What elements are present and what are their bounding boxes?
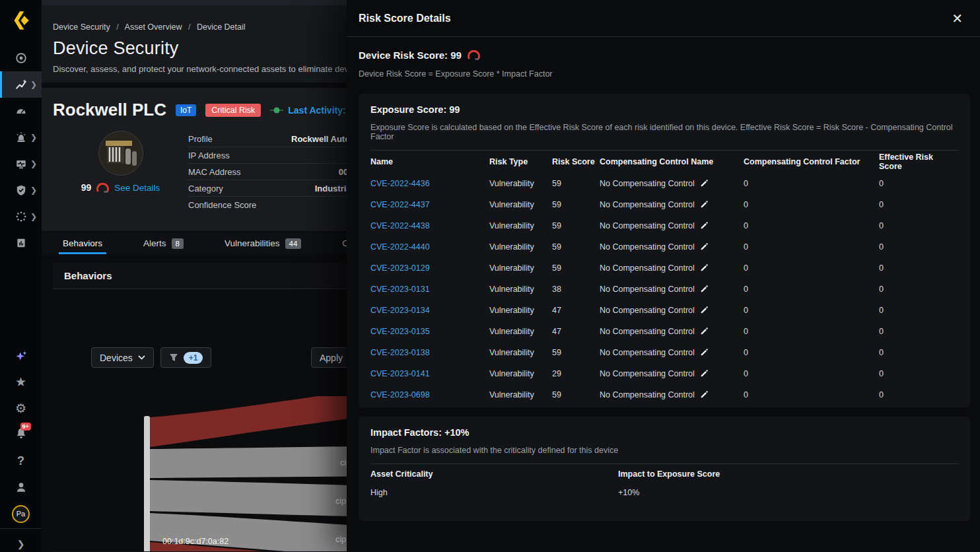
cve-link[interactable]: CVE-2022-4438	[370, 221, 489, 230]
radar-icon	[15, 52, 27, 64]
field-label: MAC Address	[188, 167, 240, 177]
sidebar-item-settings[interactable]: ⚙	[0, 395, 42, 421]
edit-compensating-control-button[interactable]	[700, 222, 708, 230]
sidebar-item-processes[interactable]: ❯	[0, 203, 42, 230]
exposure-score-title: Exposure Score: 99	[370, 104, 958, 115]
devices-dropdown-label: Devices	[100, 353, 133, 363]
breadcrumb-separator: /	[112, 22, 122, 32]
risk-type-value: Vulnerability	[489, 242, 552, 252]
breadcrumb-asset-overview[interactable]: Asset Overview	[125, 22, 182, 32]
close-icon[interactable]: ✕	[952, 12, 963, 25]
apply-button[interactable]: Apply	[311, 347, 351, 368]
sidebar-item-device-security[interactable]: ❯	[0, 71, 42, 98]
exposure-table-row: CVE-2023-0933Vulnerability59No Compensat…	[370, 405, 958, 407]
risk-type-value: Vulnerability	[489, 179, 552, 188]
sidebar-item-account[interactable]: Pa	[0, 500, 42, 527]
compensating-control-name: No Compensating Control	[600, 242, 695, 252]
device-photo	[98, 131, 143, 176]
compensating-control-factor-value: 0	[744, 327, 879, 336]
breadcrumb-device-security[interactable]: Device Security	[53, 22, 110, 32]
chevron-right-icon: ❯	[30, 159, 37, 168]
sidebar-item-discover[interactable]	[0, 45, 42, 71]
cve-link[interactable]: CVE-2023-0134	[370, 306, 489, 315]
active-status-icon	[270, 107, 283, 114]
edit-compensating-control-button[interactable]	[700, 180, 708, 188]
compensating-control-name: No Compensating Control	[600, 263, 695, 273]
cve-link[interactable]: CVE-2023-0131	[370, 285, 489, 294]
edit-compensating-control-button[interactable]	[700, 285, 708, 293]
cve-link[interactable]: CVE-2022-4437	[370, 200, 489, 209]
effective-risk-score-value: 0	[879, 327, 958, 336]
edit-compensating-control-button[interactable]	[700, 243, 708, 251]
edit-compensating-control-button[interactable]	[700, 349, 708, 357]
sidebar-item-dashboard[interactable]	[0, 98, 42, 124]
sidebar-collapse-toggle[interactable]: ❯	[0, 531, 42, 552]
sidebar-item-reports[interactable]	[0, 230, 42, 256]
exposure-table-header: Name Risk Type Risk Score Compensating C…	[370, 151, 958, 173]
tab-vulnerabilities[interactable]: Vulnerabilities 44	[225, 232, 301, 254]
siren-icon	[15, 131, 27, 143]
breadcrumb-device-detail: Device Detail	[197, 22, 246, 32]
risk-type-value: Vulnerability	[489, 306, 552, 315]
tab-alerts[interactable]: Alerts 8	[143, 232, 184, 254]
tab-count-badge: 8	[172, 238, 184, 249]
risk-score-value: 59	[552, 263, 600, 273]
sidebar-item-ai-assistant[interactable]	[0, 343, 42, 370]
devices-dropdown[interactable]: Devices	[91, 347, 154, 368]
edit-compensating-control-button[interactable]	[700, 201, 708, 209]
notification-count-badge: 9+	[20, 423, 31, 431]
exposure-table-row: CVE-2022-4436Vulnerability59No Compensat…	[370, 173, 958, 194]
sidebar-item-alerts[interactable]: ❯	[0, 124, 42, 151]
cve-link[interactable]: CVE-2023-0698	[370, 390, 489, 399]
compensating-control-factor-value: 0	[744, 390, 879, 399]
compensating-control-factor-value: 0	[744, 369, 879, 378]
edit-compensating-control-button[interactable]	[700, 306, 708, 314]
col-header-risk-type: Risk Type	[489, 157, 552, 166]
compensating-control-name: No Compensating Control	[600, 369, 695, 378]
edit-compensating-control-button[interactable]	[700, 264, 708, 272]
edit-pencil-icon	[700, 370, 708, 378]
compensating-control-cell: No Compensating Control	[600, 327, 744, 336]
sidebar: ❯ ❯ ❯	[0, 0, 42, 552]
chevron-right-icon: ❯	[30, 80, 37, 89]
compensating-control-factor-value: 0	[744, 263, 879, 273]
cve-link[interactable]: CVE-2023-0135	[370, 327, 489, 336]
chevron-right-icon: ❯	[30, 186, 37, 195]
exposure-table: Name Risk Type Risk Score Compensating C…	[370, 151, 958, 407]
cve-link[interactable]: CVE-2022-4440	[370, 242, 489, 252]
exposure-table-row: CVE-2023-0135Vulnerability47No Compensat…	[370, 321, 958, 342]
filter-button[interactable]: +1	[160, 347, 212, 368]
tab-behaviors[interactable]: Behaviors	[63, 232, 102, 254]
cve-link[interactable]: CVE-2022-4436	[370, 179, 489, 188]
impact-table-row: High +10%	[370, 484, 958, 501]
cve-link[interactable]: CVE-2023-0129	[370, 263, 489, 273]
risk-type-value: Vulnerability	[489, 263, 552, 273]
sidebar-item-favorites[interactable]: ★	[0, 368, 42, 395]
compensating-control-cell: No Compensating Control	[600, 369, 744, 378]
edit-compensating-control-button[interactable]	[700, 328, 708, 335]
chevron-right-icon: ❯	[30, 133, 37, 142]
cve-link[interactable]: CVE-2023-0141	[370, 369, 489, 378]
sidebar-item-help[interactable]: ?	[0, 448, 42, 474]
compensating-control-name: No Compensating Control	[600, 221, 695, 230]
sidebar-item-notifications[interactable]: 9+	[0, 420, 42, 446]
exposure-table-row: CVE-2022-4438Vulnerability59No Compensat…	[370, 215, 958, 236]
see-details-link[interactable]: See Details	[114, 183, 160, 193]
effective-risk-score-value: 0	[879, 306, 958, 315]
risk-score-value: 38	[552, 285, 600, 294]
edit-compensating-control-button[interactable]	[700, 370, 708, 378]
sidebar-item-monitoring[interactable]: ❯	[0, 151, 42, 177]
user-avatar[interactable]: Pa	[12, 505, 30, 523]
sidebar-item-users[interactable]	[0, 474, 42, 500]
risk-score-details-panel: Risk Score Details ✕ Device Risk Score: …	[347, 0, 980, 552]
breadcrumb-separator: /	[184, 22, 194, 32]
sidebar-item-compliance[interactable]: ❯	[0, 177, 42, 203]
compensating-control-cell: No Compensating Control	[600, 221, 744, 230]
edit-pencil-icon	[700, 285, 708, 293]
col-header-name: Name	[370, 157, 489, 166]
brand-logo-icon[interactable]	[9, 9, 32, 32]
edit-compensating-control-button[interactable]	[700, 391, 708, 399]
risk-score-value: 59	[552, 200, 600, 209]
cve-link[interactable]: CVE-2023-0138	[370, 348, 489, 357]
compensating-control-factor-value: 0	[744, 200, 879, 209]
